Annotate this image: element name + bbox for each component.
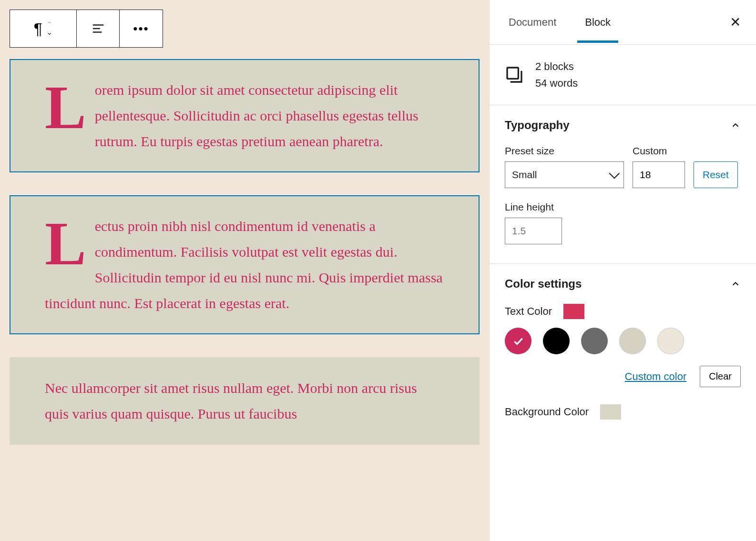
chevron-up-icon <box>730 279 741 289</box>
bg-color-swatch <box>600 404 621 420</box>
color-panel: Color settings Text Color Custom color C… <box>490 264 756 447</box>
editor-canvas: ¶ ⌃ ⌄ ••• Lorem ipsum dolor sit amet con… <box>0 0 489 541</box>
close-sidebar-button[interactable]: ✕ <box>726 10 745 34</box>
check-icon <box>512 335 524 347</box>
reset-size-button[interactable]: Reset <box>694 161 738 188</box>
paragraph-block[interactable]: Lorem ipsum dolor sit amet consectetur a… <box>10 59 480 172</box>
svg-rect-3 <box>507 68 518 79</box>
typography-panel-toggle[interactable]: Typography <box>505 119 741 132</box>
sidebar-tabs: Document Block ✕ <box>490 0 756 45</box>
line-height-label: Line height <box>505 201 741 213</box>
chevron-up-icon <box>730 120 741 130</box>
custom-size-input[interactable] <box>633 161 685 188</box>
custom-color-link[interactable]: Custom color <box>625 371 687 383</box>
color-swatch[interactable] <box>619 328 646 354</box>
panel-title: Color settings <box>505 277 582 291</box>
block-count: 2 blocks <box>535 58 578 75</box>
color-swatch[interactable] <box>657 328 684 354</box>
preset-size-select[interactable]: Small <box>505 161 624 188</box>
paragraph-block[interactable]: Nec ullamcorper sit amet risus nullam eg… <box>10 357 480 445</box>
color-panel-toggle[interactable]: Color settings <box>505 277 741 291</box>
block-toolbar: ¶ ⌃ ⌄ ••• <box>10 10 163 48</box>
align-button[interactable] <box>77 10 120 47</box>
bg-color-label: Background Color <box>505 406 589 418</box>
panel-title: Typography <box>505 119 570 132</box>
paragraph-text[interactable]: Nec ullamcorper sit amet risus nullam eg… <box>45 375 444 427</box>
line-height-input[interactable] <box>505 218 562 244</box>
color-swatch[interactable] <box>581 328 608 354</box>
custom-size-label: Custom <box>633 145 685 157</box>
word-count: 54 words <box>535 75 578 91</box>
dots-icon: ••• <box>133 21 149 36</box>
multi-block-icon <box>505 65 524 84</box>
typography-panel: Typography Preset size Small Custom Rese… <box>490 105 756 264</box>
more-options-button[interactable]: ••• <box>120 10 163 47</box>
settings-sidebar: Document Block ✕ 2 blocks 54 words Typog… <box>489 0 756 541</box>
preset-size-label: Preset size <box>505 145 624 157</box>
tab-block[interactable]: Block <box>577 2 618 43</box>
tab-document[interactable]: Document <box>501 2 564 43</box>
text-color-swatch <box>563 304 584 319</box>
block-mover[interactable]: ⌃ ⌄ <box>46 21 52 36</box>
paragraph-icon: ¶ <box>34 20 42 38</box>
color-swatch[interactable] <box>505 328 531 354</box>
close-icon: ✕ <box>730 15 741 30</box>
block-type-switcher[interactable]: ¶ ⌃ ⌄ <box>10 10 77 47</box>
chevron-up-icon: ⌃ <box>46 21 52 29</box>
paragraph-block[interactable]: Lectus proin nibh nisl condimentum id ve… <box>10 195 480 334</box>
text-color-swatches <box>505 328 741 354</box>
color-swatch[interactable] <box>543 328 570 354</box>
block-summary: 2 blocks 54 words <box>490 45 756 105</box>
clear-color-button[interactable]: Clear <box>700 366 741 387</box>
paragraph-text[interactable]: Lorem ipsum dolor sit amet consectetur a… <box>45 77 444 154</box>
paragraph-text[interactable]: Lectus proin nibh nisl condimentum id ve… <box>45 213 444 316</box>
text-color-label: Text Color <box>505 305 552 318</box>
align-left-icon <box>91 21 105 36</box>
chevron-down-icon: ⌄ <box>46 29 52 36</box>
